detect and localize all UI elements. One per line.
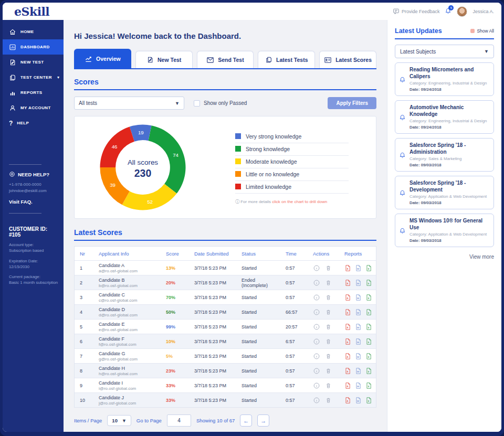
- word-report-icon[interactable]: w: [355, 382, 362, 389]
- pdf-report-icon[interactable]: ∧: [344, 367, 351, 375]
- help-email[interactable]: johndoe@eskill.com: [9, 188, 58, 194]
- sidebar-item-my-account[interactable]: MY ACCOUNT: [3, 100, 64, 115]
- tab-send-test[interactable]: Send Test: [197, 51, 254, 68]
- delete-button[interactable]: [325, 294, 332, 301]
- tests-filter-dropdown[interactable]: All tests ▼: [74, 97, 184, 110]
- excel-report-icon[interactable]: x: [365, 382, 372, 389]
- svg-text:w: w: [356, 311, 360, 314]
- delete-button[interactable]: [325, 309, 332, 316]
- excel-report-icon[interactable]: x: [365, 323, 372, 331]
- info-button[interactable]: [313, 294, 320, 301]
- word-report-icon[interactable]: w: [355, 309, 362, 316]
- svg-text:All scores: All scores: [128, 158, 158, 166]
- new-test-icon: [9, 59, 16, 66]
- info-button[interactable]: [313, 279, 320, 286]
- show-only-passed-checkbox[interactable]: [194, 100, 200, 107]
- pdf-report-icon[interactable]: ∧: [344, 397, 351, 404]
- pdf-report-icon[interactable]: ∧: [344, 309, 351, 316]
- word-report-icon[interactable]: w: [355, 264, 362, 272]
- applicant-info: Candidate Ii@ro.osf-global.com: [93, 380, 161, 391]
- goto-page-input[interactable]: [167, 414, 191, 427]
- provide-feedback-button[interactable]: Provide Feedback: [393, 8, 440, 15]
- latest-subjects-dropdown[interactable]: Latest Subjects ▼: [395, 45, 494, 58]
- scores-donut-chart[interactable]: 1974523946All scores230: [97, 121, 189, 214]
- chevron-down-icon: ▼: [175, 101, 180, 106]
- sidebar-item-dashboard[interactable]: DASHBOARD: [3, 39, 64, 55]
- delete-button[interactable]: [325, 338, 332, 345]
- tab-new-test[interactable]: New Test: [135, 51, 193, 68]
- excel-report-icon[interactable]: x: [365, 279, 372, 286]
- pdf-report-icon[interactable]: ∧: [344, 264, 351, 272]
- avatar[interactable]: [457, 6, 467, 17]
- info-button[interactable]: [313, 382, 320, 389]
- info-button[interactable]: [313, 353, 320, 360]
- prev-page-button[interactable]: ←: [240, 414, 252, 427]
- excel-report-icon[interactable]: x: [365, 294, 372, 301]
- view-more-link[interactable]: View more: [395, 254, 494, 260]
- info-button[interactable]: [313, 323, 320, 331]
- delete-button[interactable]: [325, 279, 332, 286]
- time: 0:57: [280, 280, 308, 285]
- apply-filters-button[interactable]: Apply Filters: [328, 97, 376, 109]
- excel-report-icon[interactable]: x: [365, 367, 372, 375]
- delete-button[interactable]: [325, 397, 332, 404]
- excel-report-icon[interactable]: x: [365, 264, 372, 272]
- svg-text:x: x: [368, 296, 370, 300]
- visit-faq-link[interactable]: Visit FAQ.: [9, 199, 58, 205]
- applicant-info: Candidate Bb@ro.osf-global.com: [93, 278, 161, 288]
- delete-button[interactable]: [325, 367, 332, 375]
- show-all-button[interactable]: Show All: [470, 28, 494, 34]
- table-row: 5Candidate Ee@ro.osf-global.com99%3/7/18…: [75, 319, 376, 334]
- excel-report-icon[interactable]: x: [365, 353, 372, 360]
- pdf-report-icon[interactable]: ∧: [344, 338, 351, 345]
- delete-button[interactable]: [325, 382, 332, 389]
- info-button[interactable]: [313, 367, 320, 375]
- notifications-button[interactable]: 5: [445, 7, 452, 16]
- tab-label: New Test: [158, 57, 181, 63]
- tab-overview[interactable]: Overview: [74, 49, 131, 68]
- pdf-report-icon[interactable]: ∧: [344, 382, 351, 389]
- word-report-icon[interactable]: w: [355, 353, 362, 360]
- update-card[interactable]: Reading Micrometers and CalipersCategory…: [395, 62, 494, 96]
- score-value: 99%: [161, 324, 189, 329]
- pdf-report-icon[interactable]: ∧: [344, 279, 351, 286]
- time: 66:57: [280, 310, 308, 315]
- excel-report-icon[interactable]: x: [365, 309, 372, 316]
- excel-report-icon[interactable]: x: [365, 397, 372, 404]
- pdf-report-icon[interactable]: ∧: [344, 323, 351, 331]
- update-card[interactable]: Salesforce Spring '18 - DevelopmentCateg…: [395, 176, 494, 209]
- sidebar-item-help[interactable]: ?HELP: [3, 115, 64, 131]
- info-button[interactable]: [313, 309, 320, 316]
- tab-latest-tests[interactable]: Latest Tests: [258, 51, 315, 68]
- info-button[interactable]: [313, 338, 320, 345]
- update-card[interactable]: Automotive Mechanic KnowledgeCategory: E…: [395, 100, 494, 134]
- table-row: 7Candidate Gg@ro.osf-global.com5%3/7/18 …: [75, 348, 376, 363]
- tab-latest-scores[interactable]: Latest Scores: [319, 51, 376, 68]
- sidebar-item-test-center[interactable]: TEST CENTER▾: [3, 70, 64, 85]
- info-button[interactable]: [313, 264, 320, 272]
- pdf-report-icon[interactable]: ∧: [344, 294, 351, 301]
- package-value: Basic 1 month subscription: [9, 280, 58, 285]
- word-report-icon[interactable]: w: [355, 367, 362, 375]
- info-button[interactable]: [313, 397, 320, 404]
- word-report-icon[interactable]: w: [355, 338, 362, 345]
- word-report-icon[interactable]: w: [355, 294, 362, 301]
- delete-button[interactable]: [325, 264, 332, 272]
- items-per-page-dropdown[interactable]: 10 ▼: [107, 415, 131, 426]
- row-number: 4: [75, 310, 93, 315]
- excel-report-icon[interactable]: x: [365, 338, 372, 345]
- word-report-icon[interactable]: w: [355, 397, 362, 404]
- update-card[interactable]: Salesforce Spring '18 - AdministrationCa…: [395, 138, 494, 172]
- pdf-report-icon[interactable]: ∧: [344, 353, 351, 360]
- delete-button[interactable]: [325, 323, 332, 331]
- next-page-button[interactable]: →: [257, 414, 269, 427]
- word-report-icon[interactable]: w: [355, 323, 362, 331]
- sidebar-item-home[interactable]: HOME: [3, 24, 64, 39]
- sidebar-item-new-test[interactable]: NEW TEST: [3, 55, 64, 70]
- update-card[interactable]: MS Windows 10® for General UseCategory: …: [395, 214, 494, 247]
- delete-button[interactable]: [325, 353, 332, 360]
- sidebar-item-reports[interactable]: REPORTS: [3, 85, 64, 100]
- word-report-icon[interactable]: w: [355, 279, 362, 286]
- sidebar-menu: HOMEDASHBOARDNEW TESTTEST CENTER▾REPORTS…: [3, 24, 64, 131]
- status: Started: [236, 383, 280, 388]
